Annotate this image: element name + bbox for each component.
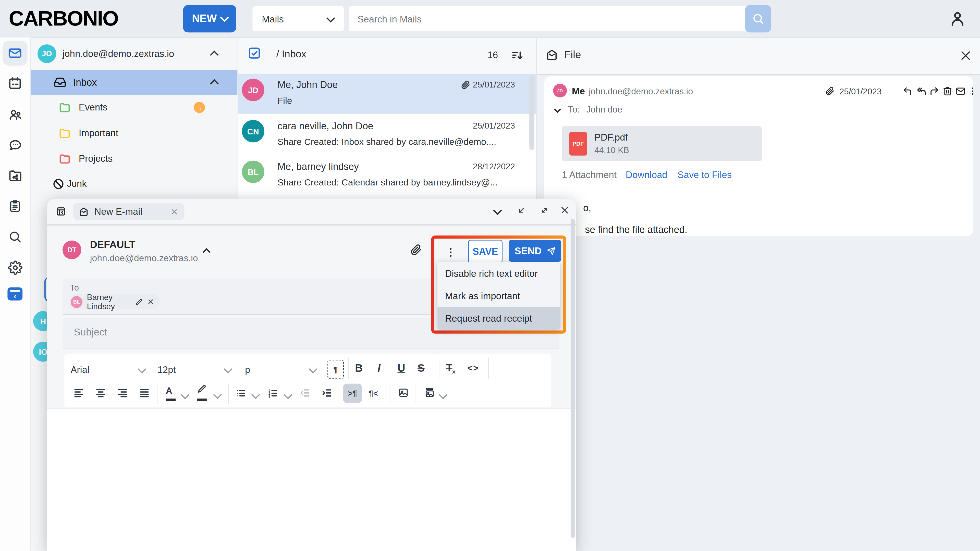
compose-tab[interactable]: New E-mail bbox=[73, 203, 185, 220]
mail-date: 25/01/2023 bbox=[473, 121, 515, 130]
forward-icon[interactable] bbox=[929, 86, 939, 96]
show-invisible-chars-button[interactable]: ¶ bbox=[328, 360, 344, 379]
select-all-checkbox-icon[interactable] bbox=[248, 46, 261, 60]
rail-item-tasks[interactable] bbox=[3, 194, 27, 219]
more-actions-icon[interactable] bbox=[967, 86, 977, 96]
menu-item-mark-as-important[interactable]: Mark as important bbox=[438, 284, 560, 306]
board-sidebar-icon[interactable] bbox=[56, 206, 66, 217]
tasks-icon bbox=[8, 199, 22, 213]
code-view-button[interactable]: <> bbox=[468, 363, 479, 373]
mail-date: 25/01/2023 bbox=[839, 87, 881, 96]
board-scrollbar[interactable] bbox=[571, 219, 575, 538]
align-center-icon[interactable] bbox=[95, 387, 106, 399]
rail-item-calendars[interactable] bbox=[3, 71, 27, 96]
clear-formatting-button[interactable]: Tx bbox=[446, 362, 455, 375]
admin-app-icon bbox=[10, 290, 20, 291]
folder-item-inbox[interactable]: Inbox bbox=[30, 70, 238, 95]
account-row[interactable]: JO john.doe@demo.zextras.io bbox=[30, 38, 238, 70]
board-expand-icon[interactable] bbox=[540, 206, 549, 215]
text-color-button[interactable]: A bbox=[165, 386, 177, 402]
rail-item-settings[interactable] bbox=[3, 255, 27, 280]
italic-button[interactable]: I bbox=[377, 362, 380, 375]
editor-toolbar: Arial 12pt p ¶ B I U S Tx <> bbox=[64, 354, 551, 407]
envelope-icon bbox=[546, 49, 558, 61]
bold-button[interactable]: B bbox=[355, 362, 363, 375]
sort-icon[interactable] bbox=[511, 49, 524, 62]
body-text-fragment: o, bbox=[583, 202, 591, 213]
direction-ltr-button[interactable]: >¶ bbox=[343, 384, 362, 403]
insert-image-icon[interactable] bbox=[398, 387, 409, 398]
board-collapse-icon[interactable] bbox=[493, 206, 502, 215]
board-close-icon[interactable] bbox=[560, 206, 570, 215]
mail-sender: Me, barney lindsey bbox=[277, 161, 359, 172]
rail-item-files[interactable] bbox=[3, 163, 27, 188]
board-reduce-icon[interactable] bbox=[517, 206, 526, 215]
trash-icon[interactable] bbox=[942, 86, 953, 96]
attachment-card[interactable]: PDF PDF.pdf 44.10 KB bbox=[562, 126, 762, 161]
menu-item-request-read-receipt[interactable]: Request read receipt bbox=[438, 306, 560, 329]
send-options-kebab-icon[interactable] bbox=[445, 247, 456, 258]
tab-close-icon[interactable] bbox=[171, 208, 178, 215]
font-size-select[interactable]: 12pt bbox=[158, 364, 176, 375]
chevron-down-icon bbox=[213, 390, 222, 399]
editor-body[interactable] bbox=[47, 408, 576, 551]
save-button[interactable]: SAVE bbox=[468, 240, 503, 263]
align-justify-icon[interactable] bbox=[139, 387, 150, 399]
folder-item-important[interactable]: Important bbox=[30, 121, 238, 146]
bullet-list-icon[interactable] bbox=[235, 388, 246, 399]
highlight-color-button[interactable] bbox=[197, 384, 208, 402]
mail-date: 25/01/2023 bbox=[473, 80, 515, 89]
close-icon[interactable] bbox=[959, 49, 972, 62]
rail-item-contacts[interactable] bbox=[3, 102, 27, 127]
search-module-select[interactable]: Mails bbox=[252, 6, 344, 31]
rail-item-mails[interactable] bbox=[3, 41, 27, 65]
calendar-icon bbox=[8, 76, 22, 90]
numbered-list-icon[interactable]: 123 bbox=[267, 388, 278, 399]
download-link[interactable]: Download bbox=[625, 169, 667, 180]
folder-item-events[interactable]: Events → bbox=[30, 95, 238, 121]
strikethrough-button[interactable]: S bbox=[417, 362, 425, 375]
reply-all-icon[interactable] bbox=[916, 86, 926, 96]
folder-item-projects[interactable]: Projects bbox=[30, 146, 238, 171]
save-to-files-link[interactable]: Save to Files bbox=[678, 169, 732, 180]
outdent-icon[interactable] bbox=[299, 387, 310, 399]
folder-icon bbox=[59, 127, 71, 140]
mark-unread-icon[interactable] bbox=[956, 86, 966, 96]
chevron-down-icon bbox=[309, 365, 318, 374]
rail-item-admin-app[interactable]: ‹ bbox=[7, 287, 22, 300]
direction-rtl-button[interactable]: ¶< bbox=[369, 387, 378, 399]
mail-icon bbox=[8, 46, 22, 60]
mail-list-scrollbar[interactable] bbox=[529, 76, 535, 150]
mail-list-header: / Inbox 16 bbox=[238, 38, 537, 75]
mail-list-row[interactable]: JD Me, John Doe 25/01/2023 File bbox=[238, 74, 537, 114]
insert-inline-image-icon[interactable] bbox=[425, 387, 435, 398]
clear-formatting-t: T bbox=[446, 362, 452, 373]
mail-list-row[interactable]: CN cara neville, John Doe 25/01/2023 Sha… bbox=[238, 114, 537, 154]
search-input[interactable] bbox=[349, 6, 749, 31]
send-button[interactable]: SEND bbox=[509, 240, 561, 262]
search-button[interactable] bbox=[745, 5, 771, 33]
new-button[interactable]: NEW bbox=[183, 5, 236, 33]
add-attachment-icon[interactable] bbox=[410, 245, 422, 256]
reply-icon[interactable] bbox=[902, 86, 912, 96]
font-family-select[interactable]: Arial bbox=[71, 364, 89, 375]
chevron-down-icon[interactable] bbox=[554, 106, 561, 113]
block-format-select[interactable]: p bbox=[245, 364, 250, 375]
edit-recipient-icon[interactable] bbox=[135, 298, 142, 305]
remove-recipient-icon[interactable] bbox=[148, 299, 154, 305]
identity-chevron-up-icon[interactable] bbox=[203, 248, 210, 256]
folder-item-junk[interactable]: Junk bbox=[30, 171, 238, 197]
attachment-size: 44.10 KB bbox=[594, 146, 629, 155]
recipient-avatar: BL bbox=[71, 296, 83, 308]
indent-icon[interactable] bbox=[321, 387, 332, 399]
rail-item-search[interactable] bbox=[3, 224, 27, 249]
recipient-chip[interactable]: BL Barney Lindsey bbox=[68, 294, 160, 309]
align-left-icon[interactable] bbox=[73, 387, 84, 399]
mail-sender: cara neville, John Doe bbox=[277, 121, 373, 132]
rail-item-chats[interactable] bbox=[3, 132, 27, 157]
underline-button[interactable]: U bbox=[398, 362, 405, 375]
mail-list-row[interactable]: BL Me, barney lindsey 28/12/2022 Share C… bbox=[238, 154, 537, 194]
menu-item-disable-rich-text[interactable]: Disable rich text editor bbox=[438, 262, 560, 284]
user-account-icon[interactable] bbox=[949, 10, 966, 27]
align-right-icon[interactable] bbox=[117, 387, 128, 399]
